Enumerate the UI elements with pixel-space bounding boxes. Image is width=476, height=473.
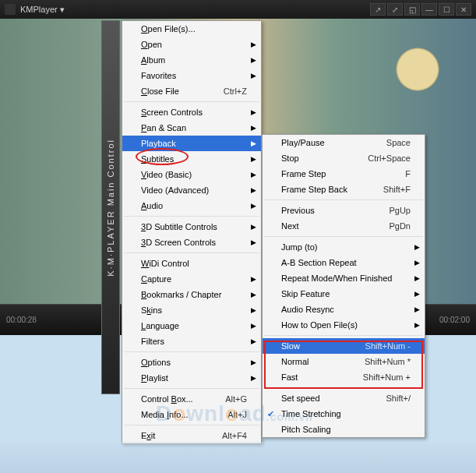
menu-label: Bookmarks / Chapter [141, 290, 247, 299]
submenu-arrow-icon: ▶ [251, 186, 256, 194]
submenu-arrow-icon: ▶ [251, 155, 256, 163]
menu-album[interactable]: Album▶ [122, 52, 261, 68]
playback-audio-resync[interactable]: Audio Resync▶ [263, 302, 425, 317]
submenu-arrow-icon: ▶ [251, 275, 256, 283]
playback-slow[interactable]: SlowShift+Num - [263, 338, 425, 354]
menu-label: A-B Section Repeat [281, 258, 411, 267]
window-controls: ↗ ⤢ ◱ — ☐ ✕ [370, 3, 471, 16]
menu-label: Time Stretching [281, 409, 411, 418]
menu-label: Repeat Mode/When Finished [281, 274, 411, 283]
menu-media-info[interactable]: Media Info...Alt+J [122, 407, 261, 422]
restore-icon[interactable]: ◱ [404, 3, 420, 16]
submenu-arrow-icon: ▶ [251, 56, 256, 64]
menu-video-advanced[interactable]: Video (Advanced)▶ [122, 182, 261, 198]
menu-playback[interactable]: Playback▶ [122, 136, 261, 151]
menu-label: 3D Screen Controls [141, 238, 247, 247]
playback-a-b-section-repeat[interactable]: A-B Section Repeat▶ [263, 255, 425, 270]
menu-shortcut: Shift+Num * [365, 357, 411, 366]
playback-skip-feature[interactable]: Skip Feature▶ [263, 286, 425, 302]
menu-close-file[interactable]: Close FileCtrl+Z [122, 83, 261, 99]
submenu-arrow-icon: ▶ [251, 322, 256, 330]
menu-video-basic[interactable]: Video (Basic)▶ [122, 167, 261, 182]
menu-label: Subtitles [141, 154, 247, 164]
submenu-arrow-icon: ▶ [251, 139, 256, 147]
menu-shortcut: Alt+F4 [222, 431, 247, 440]
maximize-button[interactable]: ☐ [439, 3, 454, 16]
playback-pitch-scaling[interactable]: Pitch Scaling [263, 422, 425, 437]
minimize-button[interactable]: — [421, 3, 437, 16]
menu-pan-scan[interactable]: Pan & Scan▶ [122, 120, 261, 136]
menu-filters[interactable]: Filters▶ [122, 334, 261, 349]
menu-subtitles[interactable]: Subtitles▶ [122, 151, 261, 167]
playback-next[interactable]: NextPgDn [263, 218, 425, 234]
context-menu-main: Open File(s)...Open▶Album▶Favorites▶Clos… [122, 20, 262, 444]
expand-icon[interactable]: ⤢ [387, 3, 403, 16]
menu-separator [124, 388, 259, 389]
playback-repeat-mode-when-finished[interactable]: Repeat Mode/When Finished▶ [263, 270, 425, 286]
menu-open[interactable]: Open▶ [122, 37, 261, 52]
playback-time-stretching[interactable]: ✔Time Stretching [263, 406, 425, 422]
menu-label: Close File [141, 86, 224, 96]
menu-open-file-s[interactable]: Open File(s)... [122, 21, 261, 37]
menu-exit[interactable]: ExitAlt+F4 [122, 428, 261, 443]
menu-label: Jump (to) [281, 242, 411, 252]
submenu-arrow-icon: ▶ [414, 305, 420, 313]
menu-label: Pitch Scaling [281, 425, 411, 434]
main-control-sidebar[interactable]: K·M·PLAYER Main Control [101, 20, 120, 394]
menu-control-box[interactable]: Control Box...Alt+G [122, 391, 261, 407]
menu-capture[interactable]: Capture▶ [122, 271, 261, 287]
menu-favorites[interactable]: Favorites▶ [122, 68, 261, 83]
menu-label: 3D Subtitle Controls [141, 222, 247, 231]
menu-separator [124, 216, 259, 217]
close-button[interactable]: ✕ [456, 3, 471, 16]
submenu-arrow-icon: ▶ [414, 243, 420, 251]
menu-label: Previous [281, 206, 389, 215]
menu-shortcut: Shift+Num + [363, 372, 411, 382]
playback-stop[interactable]: StopCtrl+Space [263, 150, 425, 166]
menu-label: Playlist [141, 373, 247, 383]
menu-label: Skins [141, 305, 247, 315]
menu-shortcut: F [405, 169, 411, 178]
menu-shortcut: Alt+J [227, 410, 247, 419]
menu-skins[interactable]: Skins▶ [122, 302, 261, 318]
menu-shortcut: Shift+/ [386, 394, 411, 403]
check-icon: ✔ [267, 409, 274, 419]
menu-separator [264, 387, 423, 388]
menu-widi-control[interactable]: WiDi Control [122, 256, 261, 271]
pin-icon[interactable]: ↗ [370, 3, 386, 16]
playback-how-to-open-file-s[interactable]: How to Open File(s)▶ [263, 317, 425, 333]
submenu-arrow-icon: ▶ [414, 274, 420, 282]
menu-label: WiDi Control [141, 259, 247, 268]
playback-normal[interactable]: NormalShift+Num * [263, 354, 425, 369]
app-title[interactable]: KMPlayer ▾ [20, 5, 370, 15]
submenu-playback: Play/PauseSpaceStopCtrl+SpaceFrame StepF… [262, 134, 425, 438]
submenu-arrow-icon: ▶ [251, 358, 256, 366]
menu-bookmarks-chapter[interactable]: Bookmarks / Chapter▶ [122, 287, 261, 302]
playback-previous[interactable]: PreviousPgUp [263, 203, 425, 218]
playback-frame-step-back[interactable]: Frame Step BackShift+F [263, 182, 425, 197]
submenu-arrow-icon: ▶ [251, 124, 256, 132]
submenu-arrow-icon: ▶ [251, 374, 256, 382]
submenu-arrow-icon: ▶ [251, 171, 256, 178]
menu-audio[interactable]: Audio▶ [122, 198, 261, 214]
sidebar-label: K·M·PLAYER Main Control [106, 139, 115, 277]
menu-3d-subtitle-controls[interactable]: 3D Subtitle Controls▶ [122, 219, 261, 235]
submenu-arrow-icon: ▶ [251, 223, 256, 231]
menu-screen-controls[interactable]: Screen Controls▶ [122, 104, 261, 120]
menu-label: Set speed [281, 394, 386, 403]
playback-jump-to[interactable]: Jump (to)▶ [263, 239, 425, 255]
playback-frame-step[interactable]: Frame StepF [263, 166, 425, 182]
menu-3d-screen-controls[interactable]: 3D Screen Controls▶ [122, 235, 261, 250]
playback-play-pause[interactable]: Play/PauseSpace [263, 135, 425, 150]
playback-set-speed[interactable]: Set speedShift+/ [263, 390, 425, 406]
menu-label: Open [141, 40, 247, 49]
menu-options[interactable]: Options▶ [122, 355, 261, 370]
submenu-arrow-icon: ▶ [251, 41, 256, 48]
menu-shortcut: PgDn [389, 221, 411, 231]
menu-shortcut: Ctrl+Space [368, 154, 411, 163]
menu-label: Next [281, 221, 389, 231]
playback-fast[interactable]: FastShift+Num + [263, 369, 425, 385]
menu-language[interactable]: Language▶ [122, 318, 261, 334]
menu-label: Audio [141, 201, 247, 210]
menu-playlist[interactable]: Playlist▶ [122, 370, 261, 386]
